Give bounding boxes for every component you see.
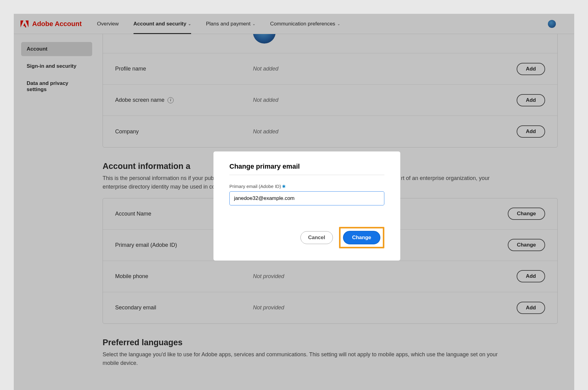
highlight-annotation: Change [339, 227, 384, 248]
modal-actions: Cancel Change [229, 227, 384, 248]
required-asterisk-icon: ✱ [282, 184, 286, 189]
modal-title: Change primary email [229, 162, 384, 175]
primary-email-input[interactable] [229, 191, 384, 205]
cancel-button[interactable]: Cancel [300, 231, 333, 244]
modal-field-label: Primary email (Adobe ID)✱ [229, 184, 384, 189]
change-button[interactable]: Change [343, 231, 380, 244]
change-email-modal: Change primary email Primary email (Adob… [213, 151, 400, 261]
app-frame: Adobe Account Overview Account and secur… [14, 14, 574, 390]
